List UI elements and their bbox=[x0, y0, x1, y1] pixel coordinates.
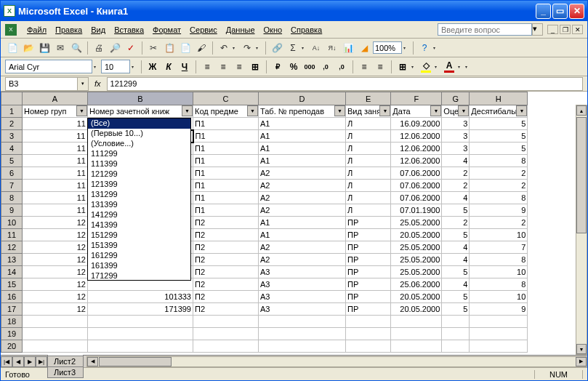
cell-D6[interactable]: А2 bbox=[259, 167, 346, 180]
cell-F7[interactable]: 07.06.2000 bbox=[391, 180, 442, 192]
filter-button-col-D[interactable]: ▼ bbox=[334, 105, 345, 116]
row-header-20[interactable]: 20 bbox=[1, 340, 23, 353]
cell-F19[interactable] bbox=[391, 328, 442, 340]
email-button[interactable]: ✉ bbox=[53, 41, 68, 55]
cell-D18[interactable] bbox=[259, 316, 346, 328]
help-dropdown-icon[interactable]: ▾ bbox=[532, 23, 543, 36]
cell-A10[interactable]: 12 bbox=[23, 217, 88, 229]
cell-E4[interactable]: Л bbox=[346, 143, 391, 155]
cell-D20[interactable] bbox=[259, 340, 346, 353]
cell-F10[interactable]: 25.05.2000 bbox=[391, 217, 442, 229]
header-cell[interactable]: Номер груп▼ bbox=[23, 105, 88, 118]
underline-button[interactable]: Ч bbox=[177, 60, 192, 74]
cut-button[interactable]: ✂ bbox=[146, 41, 161, 55]
select-all-corner[interactable] bbox=[1, 92, 23, 105]
font-size-input[interactable]: 10 bbox=[101, 60, 130, 73]
percent-button[interactable]: % bbox=[286, 60, 301, 74]
row-header-13[interactable]: 13 bbox=[1, 254, 23, 266]
cell-G11[interactable]: 5 bbox=[442, 229, 470, 241]
vscroll-thumb[interactable] bbox=[576, 117, 587, 233]
row-header-12[interactable]: 12 bbox=[1, 241, 23, 254]
merge-center-button[interactable]: ⊞ bbox=[248, 60, 262, 74]
search-button[interactable]: 🔍 bbox=[69, 41, 84, 55]
header-cell[interactable]: Таб. № преподав▼ bbox=[259, 105, 346, 118]
size-dropdown-icon[interactable]: ▾ bbox=[132, 64, 137, 69]
row-header-7[interactable]: 7 bbox=[1, 180, 23, 192]
cell-F6[interactable]: 07.06.2000 bbox=[391, 167, 442, 180]
filter-option[interactable]: (Все) bbox=[88, 119, 190, 129]
cell-G2[interactable]: 3 bbox=[442, 118, 470, 130]
cell-C3[interactable]: П1 bbox=[193, 130, 259, 143]
cell-G16[interactable]: 5 bbox=[442, 291, 470, 303]
cell-C17[interactable]: П2 bbox=[193, 303, 259, 316]
save-button[interactable]: 💾 bbox=[37, 41, 52, 55]
bold-button[interactable]: Ж bbox=[145, 60, 160, 74]
menu-вид[interactable]: Вид bbox=[86, 24, 110, 36]
row-header-15[interactable]: 15 bbox=[1, 278, 23, 291]
cell-A5[interactable]: 11 bbox=[23, 155, 88, 167]
cell-C18[interactable] bbox=[193, 316, 259, 328]
cell-F4[interactable]: 12.06.2000 bbox=[391, 143, 442, 155]
scroll-right-button[interactable]: ▶ bbox=[576, 357, 587, 366]
col-header-A[interactable]: A bbox=[23, 92, 88, 105]
cell-C15[interactable]: П2 bbox=[193, 278, 259, 291]
undo-button[interactable]: ↶ bbox=[217, 41, 231, 55]
cell-B17[interactable]: 171399 bbox=[88, 303, 193, 316]
cell-E7[interactable]: Л bbox=[346, 180, 391, 192]
vertical-scrollbar[interactable]: ▲ ▼ bbox=[576, 105, 587, 355]
cell-D14[interactable]: А3 bbox=[259, 266, 346, 278]
sort-asc-button[interactable]: A↓ bbox=[309, 41, 323, 55]
cell-G9[interactable]: 5 bbox=[442, 204, 470, 217]
cell-H5[interactable]: 8 bbox=[470, 155, 528, 167]
row-header-11[interactable]: 11 bbox=[1, 229, 23, 241]
cell-B20[interactable] bbox=[88, 340, 193, 353]
scroll-up-button[interactable]: ▲ bbox=[576, 105, 587, 116]
cell-E11[interactable]: ПР bbox=[346, 229, 391, 241]
cell-H10[interactable]: 2 bbox=[470, 217, 528, 229]
open-button[interactable]: 📂 bbox=[21, 41, 36, 55]
menu-правка[interactable]: Правка bbox=[51, 24, 86, 36]
cell-D11[interactable]: А1 bbox=[259, 229, 346, 241]
cell-F16[interactable]: 20.05.2000 bbox=[391, 291, 442, 303]
filter-option[interactable]: 151399 bbox=[88, 241, 190, 251]
next-sheet-button[interactable]: ▶ bbox=[24, 356, 36, 367]
cell-H17[interactable]: 9 bbox=[470, 303, 528, 316]
filter-button-col-C[interactable]: ▼ bbox=[247, 105, 258, 116]
cell-H9[interactable]: 9 bbox=[470, 204, 528, 217]
cell-A14[interactable]: 12 bbox=[23, 266, 88, 278]
filter-option[interactable]: 121399 bbox=[88, 180, 190, 190]
cell-G20[interactable] bbox=[442, 340, 470, 353]
autosum-button[interactable]: Σ bbox=[286, 41, 300, 55]
doc-minimize-button[interactable]: _ bbox=[547, 25, 558, 34]
close-button[interactable]: ✕ bbox=[569, 4, 584, 19]
paste-button[interactable]: 📄 bbox=[178, 41, 193, 55]
decrease-decimal-button[interactable]: ,0 bbox=[334, 60, 349, 74]
fill-color-button[interactable]: ◇ bbox=[419, 60, 433, 74]
filter-button-col-B[interactable]: ▼ bbox=[182, 105, 193, 116]
cell-A18[interactable] bbox=[23, 316, 88, 328]
sheet-tab-Лист2[interactable]: Лист2 bbox=[47, 356, 84, 367]
cell-A12[interactable]: 12 bbox=[23, 241, 88, 254]
cell-E8[interactable]: Л bbox=[346, 192, 391, 204]
cell-F20[interactable] bbox=[391, 340, 442, 353]
cell-G17[interactable]: 5 bbox=[442, 303, 470, 316]
row-header-5[interactable]: 5 bbox=[1, 155, 23, 167]
cell-D8[interactable]: А2 bbox=[259, 192, 346, 204]
format-painter-button[interactable]: 🖌 bbox=[194, 41, 209, 55]
cell-F15[interactable]: 25.06.2000 bbox=[391, 278, 442, 291]
cell-F5[interactable]: 12.06.2000 bbox=[391, 155, 442, 167]
align-center-button[interactable]: ≡ bbox=[216, 60, 230, 74]
cell-G4[interactable]: 3 bbox=[442, 143, 470, 155]
cell-H12[interactable]: 7 bbox=[470, 241, 528, 254]
cell-D5[interactable]: А1 bbox=[259, 155, 346, 167]
filter-option[interactable]: (Первые 10...) bbox=[88, 129, 190, 139]
cell-D9[interactable]: А2 bbox=[259, 204, 346, 217]
cell-D17[interactable]: А3 bbox=[259, 303, 346, 316]
formula-input[interactable]: 121299 bbox=[107, 77, 583, 91]
font-color-button[interactable]: A bbox=[442, 60, 456, 74]
cell-B18[interactable] bbox=[88, 316, 193, 328]
cell-C10[interactable]: П2 bbox=[193, 217, 259, 229]
cell-F2[interactable]: 16.09.2000 bbox=[391, 118, 442, 130]
cell-H14[interactable]: 10 bbox=[470, 266, 528, 278]
cell-A6[interactable]: 11 bbox=[23, 167, 88, 180]
